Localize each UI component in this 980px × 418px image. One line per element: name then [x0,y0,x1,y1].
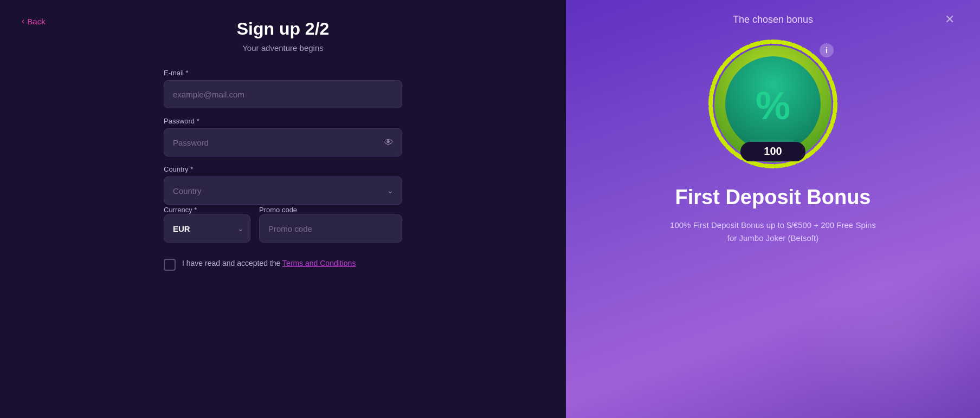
svg-text:100: 100 [764,145,782,157]
form-title: Sign up 2/2 [237,19,330,39]
country-select-wrapper: Country ⌄ [164,177,402,205]
panel-title: The chosen bonus [605,14,941,25]
email-input[interactable] [164,80,402,108]
password-wrapper: 👁 [164,128,402,156]
currency-promo-row: Currency * EUR ⌄ Promo code [164,205,402,243]
back-arrow-icon: ‹ [22,16,24,26]
panel-header: The chosen bonus ✕ [588,11,958,28]
currency-select-wrapper: EUR ⌄ [164,214,250,243]
svg-text:%: % [756,84,790,127]
right-panel: The chosen bonus ✕ i % [566,0,980,418]
back-button[interactable]: ‹ Back [22,16,46,26]
promo-input[interactable] [259,214,402,243]
terms-checkbox[interactable] [164,259,176,271]
email-label: E-mail * [164,69,402,77]
currency-label: Currency * [164,206,197,214]
promo-label: Promo code [259,206,297,214]
terms-text: I have read and accepted the Terms and C… [182,258,356,269]
currency-field: Currency * EUR ⌄ [164,205,250,243]
toggle-password-icon[interactable]: 👁 [384,137,394,148]
terms-link[interactable]: Terms and Conditions [282,259,356,267]
bonus-circle-svg: % 100 [708,39,838,169]
terms-section: I have read and accepted the Terms and C… [164,258,402,271]
password-label: Password * [164,117,402,125]
info-icon[interactable]: i [820,43,834,57]
currency-select[interactable]: EUR [164,214,250,243]
form-subtitle: Your adventure begins [242,43,324,53]
panel-bg-decoration [801,239,980,418]
bonus-main-title: First Deposit Bonus [675,185,871,210]
close-button[interactable]: ✕ [941,11,958,28]
left-panel: ‹ Back Sign up 2/2 Your adventure begins… [0,0,566,418]
country-select[interactable]: Country [164,177,402,205]
promo-field: Promo code [259,205,402,243]
terms-prefix: I have read and accepted the [182,259,282,267]
bonus-circle-container: i % 100 [708,39,838,169]
bonus-description: 100% First Deposit Bonus up to $/€500 + … [670,219,876,245]
signup-form: E-mail * Password * 👁 Country * Country … [164,69,402,271]
country-label: Country * [164,165,402,173]
back-label: Back [27,17,45,26]
password-input[interactable] [164,128,402,156]
